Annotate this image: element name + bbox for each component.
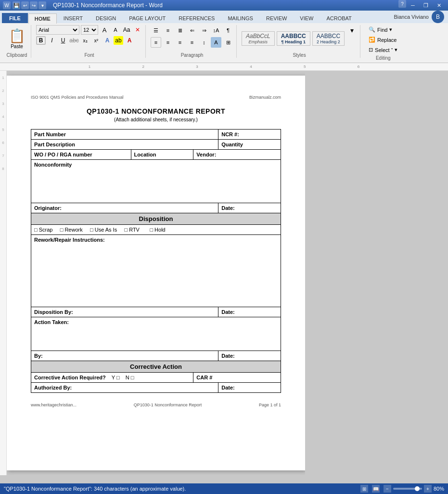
list-btns-row: ☰ ≡ ≣ ⇐ ⇒ ↕A ¶ [151,25,233,36]
date3-cell: Date: [218,351,281,361]
styles-more-button[interactable]: ▾ [346,25,357,36]
borders-button[interactable]: ⊞ [223,37,233,48]
location-label: Location [134,152,156,157]
tab-file[interactable]: FILE [2,13,28,23]
style-heading1[interactable]: AABBCC ¶ Heading 1 [277,31,310,46]
date3-label: Date: [221,353,235,359]
align-right-button[interactable]: ≡ [175,37,185,48]
undo-icon[interactable]: ↩ [21,1,29,9]
by-cell: By: [31,351,218,361]
user-name: Bianca Viviano [394,14,429,20]
window-controls: ? ─ ❐ ✕ [398,0,445,11]
numbering-button[interactable]: ≡ [163,25,173,36]
find-icon: 🔍 [369,26,375,33]
style-h1-name: AABBCC [281,33,306,39]
part-number-label: Part Number [34,131,66,137]
action-taken-cell: Action Taken: [31,317,281,351]
table-row: Corrective Action Required? Y □ N □ CAR … [31,373,281,383]
subscript-button[interactable]: x₂ [80,36,90,45]
line-spacing-button[interactable]: ↕ [199,37,209,48]
font-color-button[interactable]: A [125,36,134,45]
select-button[interactable]: ⊡ Select “ ▾ [365,45,401,54]
restore-button[interactable]: ❐ [420,0,432,11]
table-row: WO / PO / RGA number Location Vendor: [31,150,281,160]
ncr-cell: NCR #: [218,130,281,140]
table-row: Part Number NCR #: [31,130,281,140]
tab-references[interactable]: REFERENCES [172,13,221,23]
replace-button[interactable]: 🔁 Replace [365,35,401,44]
font-size-select[interactable]: 12 [81,25,98,35]
paste-button[interactable]: 📋 Paste [6,26,28,51]
shrink-font-button[interactable]: A [111,26,120,34]
style-emphasis[interactable]: AaBbCcL Emphasis [242,31,275,46]
change-case-button[interactable]: Aa [122,26,131,34]
paste-icon: 📋 [9,28,26,44]
align-left-button[interactable]: ≡ [151,37,161,48]
table-row: Originator: Date: [31,203,281,213]
tab-page-layout[interactable]: PAGE LAYOUT [123,13,172,23]
style-heading2[interactable]: AABBCC 2 Heading 2 [312,31,345,46]
bold-button[interactable]: B [36,36,46,45]
tab-view[interactable]: VIEW [294,13,320,23]
close-button[interactable]: ✕ [433,0,445,11]
bullets-button[interactable]: ☰ [151,25,161,36]
customize-icon[interactable]: ▾ [38,1,46,9]
increase-indent-button[interactable]: ⇒ [199,25,209,36]
ribbon-content: 📋 Paste Clipboard Arial 12 A A Aa [0,23,448,63]
style-h2-name: AABBCC [317,33,340,39]
font-group: Arial 12 A A Aa ✕ B I U abc x₂ x² [33,25,146,58]
minimize-button[interactable]: ─ [407,0,419,11]
align-center-button[interactable]: ≡ [163,37,173,48]
horizontal-ruler: 123456 [0,63,448,71]
font-family-select[interactable]: Arial [36,25,79,35]
find-button[interactable]: 🔍 Find ▾ [365,25,401,34]
help-icon[interactable]: ? [398,0,406,8]
text-effects-button[interactable]: A [102,36,112,45]
tab-acrobat[interactable]: ACROBAT [320,13,358,23]
corrective-required-label: Corrective Action Required? [34,375,106,380]
document-area: ISO 9001 QMS Policies and Procedures Man… [7,71,305,475]
corrective-action-header: Corrective Action [130,363,182,370]
ncr-label: NCR #: [221,131,239,137]
n-label: N □ [126,375,134,380]
format-btns-row: B I U abc x₂ x² A ab A [36,36,142,45]
italic-button[interactable]: I [47,36,57,45]
tab-mailings[interactable]: MAILINGS [221,13,259,23]
strikethrough-button[interactable]: abc [69,36,79,45]
header-right: Bizmanualz.com [249,95,281,100]
superscript-button[interactable]: x² [91,36,101,45]
grow-font-button[interactable]: A [100,26,109,34]
highlight-button[interactable]: ab [114,36,123,45]
wo-po-cell: WO / PO / RGA number [31,150,131,160]
sort-button[interactable]: ↕A [211,25,221,36]
tab-review[interactable]: REVIEW [260,13,293,23]
underline-button[interactable]: U [58,36,68,45]
disposition-header-cell: Disposition [31,213,281,225]
quick-access-toolbar: 💾 ↩ ↪ ▾ [13,1,46,9]
redo-icon[interactable]: ↪ [30,1,38,9]
tab-design[interactable]: DESIGN [90,13,122,23]
replace-icon: 🔁 [369,37,375,43]
table-row: By: Date: [31,351,281,361]
tab-home[interactable]: HOME [28,13,57,24]
footer-left: www.heritagechristian... [31,403,77,407]
tab-insert[interactable]: INSERT [57,13,89,23]
shading-button[interactable]: A [211,37,221,48]
scrap-label: □ Scrap [34,227,52,233]
justify-button[interactable]: ≡ [187,37,197,48]
show-hide-button[interactable]: ¶ [223,25,233,36]
footer-right: Page 1 of 1 [259,403,281,407]
select-label: Select “ [375,47,393,53]
vendor-cell: Vendor: [193,150,281,160]
corrective-action-header-cell: Corrective Action [31,361,281,373]
document-title: QP1030-1 Nonconformance Report - Word [53,2,163,9]
multilevel-button[interactable]: ≣ [175,25,185,36]
save-icon[interactable]: 💾 [13,1,20,9]
clipboard-group-label: Clipboard [7,52,27,58]
table-row: Authorized By: Date: [31,383,281,393]
nonconformity-label: Nonconformity [34,162,72,168]
originator-label: Originator: [34,205,62,211]
decrease-indent-button[interactable]: ⇐ [187,25,197,36]
clear-format-button[interactable]: ✕ [133,26,142,34]
font-group-label: Font [84,52,94,58]
